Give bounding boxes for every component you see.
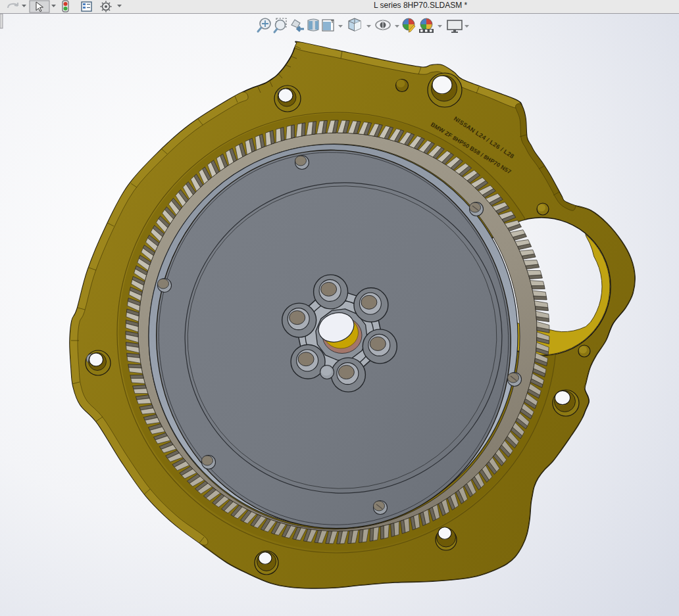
svg-text:L series 8HP70.SLDASM *: L series 8HP70.SLDASM * (374, 1, 468, 10)
